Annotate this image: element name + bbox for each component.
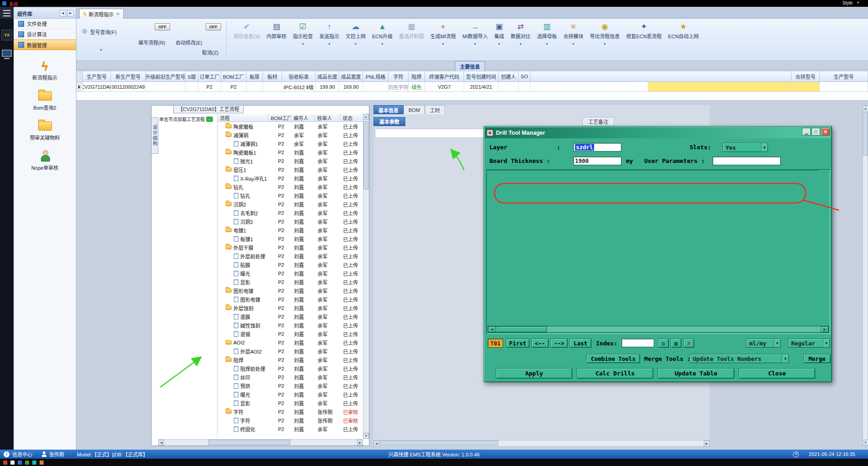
- sidebar-nav-item[interactable]: 设计算法: [14, 29, 76, 40]
- tree-row[interactable]: 板镀1P2刘嘉余军已上传: [217, 234, 363, 243]
- style-menu[interactable]: Style: [843, 0, 853, 5]
- drill-table-hscrollbar[interactable]: ◀ ▶: [488, 326, 829, 333]
- dropdown-arrow-icon[interactable]: ▾: [355, 42, 357, 46]
- taskbar-icon[interactable]: [40, 461, 44, 465]
- tree-row[interactable]: 去毛刺2P2刘嘉余军已上传: [217, 208, 363, 217]
- ribbon-button[interactable]: ↑发送指示▾: [316, 20, 343, 46]
- collapse-left-icon[interactable]: ◀: [60, 10, 66, 16]
- merge-button[interactable]: Merge: [803, 354, 831, 363]
- minimize-button[interactable]: ▁: [802, 128, 811, 136]
- model-query-button[interactable]: 型号查询(F): [90, 28, 116, 35]
- tree-row[interactable]: 阻焊P2刘嘉余军已上传: [217, 355, 363, 364]
- prev-button[interactable]: <--: [531, 339, 549, 348]
- scrollbar-thumb[interactable]: [208, 440, 290, 445]
- grid-tool-button[interactable]: ▦: [671, 339, 681, 348]
- dropdown-arrow-icon[interactable]: ▾: [302, 42, 304, 46]
- scroll-down-icon[interactable]: ▼: [863, 440, 868, 446]
- scroll-left-icon[interactable]: ◀: [158, 440, 164, 446]
- tree-row[interactable]: 外层前处理P2刘嘉余军已上传: [217, 252, 363, 260]
- column-header[interactable]: 生产型号: [83, 71, 111, 82]
- yx-logo[interactable]: YX: [1, 30, 12, 41]
- tree-row[interactable]: 碱性蚀刻P2刘嘉余军已上传: [217, 321, 363, 329]
- ribbon-button[interactable]: ▤内部审核: [263, 20, 290, 40]
- column-header[interactable]: PNL规格: [363, 71, 389, 82]
- chevron-down-icon[interactable]: ▼: [761, 143, 768, 152]
- column-header[interactable]: 成品长度: [316, 71, 339, 82]
- tree-horizontal-scrollbar[interactable]: ◀ ▶: [158, 439, 363, 446]
- dropdown-arrow-icon[interactable]: ▾: [474, 42, 476, 46]
- sidebar-nav-item[interactable]: 文件处理: [14, 19, 76, 29]
- scroll-down-icon[interactable]: ▼: [363, 433, 369, 439]
- column-header[interactable]: 阻焊: [409, 71, 425, 82]
- user-parameters-input[interactable]: [712, 157, 781, 165]
- ribbon-button[interactable]: ✔保存信息(S): [230, 20, 263, 40]
- tree-row[interactable]: 钻孔P2刘嘉余军已上传: [217, 191, 363, 200]
- tree-row[interactable]: 陶瓷磨板P2刘嘉余军已上传: [217, 122, 363, 131]
- close-dialog-button[interactable]: Close: [739, 368, 815, 379]
- zoom-tool-button[interactable]: ◎: [658, 339, 669, 348]
- ribbon-button[interactable]: ★ECN自动上网: [665, 20, 702, 40]
- ribbon-button[interactable]: ▣集成▾: [491, 20, 507, 46]
- ribbon-button[interactable]: +生成MI流程▾: [427, 20, 459, 46]
- apply-button[interactable]: Apply: [496, 368, 572, 379]
- tree-column-header[interactable]: 状态: [340, 114, 363, 122]
- scroll-left-icon[interactable]: ◀: [373, 441, 379, 446]
- dialog-titlebar[interactable]: Drill Tool Manager: [485, 127, 831, 138]
- tree-column-header[interactable]: BOM工厂: [268, 114, 291, 122]
- ribbon-button[interactable]: ✦修复ECN丢流程: [623, 20, 665, 40]
- column-header[interactable]: 终端客户代码: [425, 71, 464, 82]
- ribbon-button[interactable]: ≡合拼模块▾: [560, 20, 586, 46]
- tree-row[interactable]: 外层干膜P2刘嘉余军已上传: [217, 243, 363, 252]
- update-tools-numbers-dropdown[interactable]: Update Tools Numbers ▼: [690, 354, 789, 363]
- dropdown-arrow-icon[interactable]: ▾: [442, 42, 444, 46]
- column-header[interactable]: 订单工厂: [198, 71, 221, 82]
- scrollbar-thumb[interactable]: [380, 441, 498, 446]
- mode-dropdown[interactable]: Regular ▼: [788, 339, 830, 348]
- tree-row[interactable]: 外层蚀刻P2刘嘉余军已上传: [217, 304, 363, 312]
- detail-horizontal-scrollbar[interactable]: ◀ ▶: [373, 440, 710, 446]
- scrollbar-thumb[interactable]: [497, 326, 547, 332]
- column-header[interactable]: BOM工厂: [221, 71, 247, 82]
- sidebar-tool-item[interactable]: Bom查询2: [14, 89, 76, 111]
- close-button[interactable]: ✕: [821, 128, 830, 136]
- column-header[interactable]: 验收标准: [282, 71, 316, 82]
- tree-row[interactable]: 预烘P2刘嘉余军已上传: [217, 381, 363, 390]
- first-button[interactable]: First: [506, 339, 530, 348]
- cancel-button[interactable]: 取消(Z): [202, 49, 218, 56]
- dropdown-arrow-icon[interactable]: ▾: [604, 42, 606, 46]
- tree-row[interactable]: AOI2P2刘嘉余军已上传: [217, 338, 363, 347]
- modify-toggle[interactable]: OFF: [206, 23, 221, 30]
- monitor-icon[interactable]: [2, 50, 12, 57]
- tree-row[interactable]: 曝光P2刘嘉余军已上传: [217, 269, 363, 278]
- column-header[interactable]: 板厚: [247, 71, 263, 82]
- tree-row[interactable]: 电镀1P2刘嘉余军已上传: [217, 226, 363, 234]
- tree-row[interactable]: 字符P2刘嘉张传刚已审核: [217, 416, 363, 425]
- last-button[interactable]: Last: [570, 339, 591, 348]
- taskbar-icon[interactable]: [25, 461, 29, 465]
- layer-input[interactable]: szdrl: [573, 143, 621, 152]
- calc-drills-button[interactable]: Calc Drills: [577, 368, 653, 379]
- sidebar-tool-item[interactable]: Nope单审核: [14, 149, 76, 171]
- tree-row[interactable]: 丝印P2刘嘉余军已上传: [217, 373, 363, 381]
- row-selector[interactable]: [76, 82, 83, 92]
- scrollbar-thumb[interactable]: [863, 112, 868, 156]
- column-header[interactable]: 创建人: [499, 71, 519, 82]
- ribbon-button[interactable]: ▥选择母板▾: [534, 20, 560, 46]
- chevron-down-icon[interactable]: ▼: [774, 339, 781, 348]
- column-header[interactable]: 新生产型号: [111, 71, 146, 82]
- dropdown-arrow-icon[interactable]: ▾: [572, 42, 574, 46]
- next-button[interactable]: -->: [550, 339, 568, 348]
- slots-dropdown[interactable]: Yes ▼: [722, 143, 768, 152]
- tab-bom[interactable]: BOM: [404, 105, 425, 114]
- hamburger-menu-button[interactable]: [0, 7, 14, 19]
- tree-row[interactable]: 沉铜2P2刘嘉余军已上传: [217, 200, 363, 208]
- tab-process-notes[interactable]: 工艺备注: [582, 117, 614, 126]
- ribbon-button[interactable]: ☑指示检查▾: [290, 20, 316, 46]
- tree-row[interactable]: 终固化P2刘嘉余军已上传: [217, 425, 363, 433]
- ribbon-button[interactable]: →MI数据导入▾: [459, 20, 491, 46]
- column-header[interactable]: 板材: [263, 71, 282, 82]
- tab-work-hours[interactable]: 工时: [425, 105, 445, 114]
- tab-new-flow-instruction[interactable]: ϟ 新流程指示 ✕: [79, 9, 124, 19]
- tree-row[interactable]: 外层AOI2P2刘嘉余军已上传: [217, 347, 363, 355]
- status-info-center[interactable]: 信息中心: [12, 451, 32, 458]
